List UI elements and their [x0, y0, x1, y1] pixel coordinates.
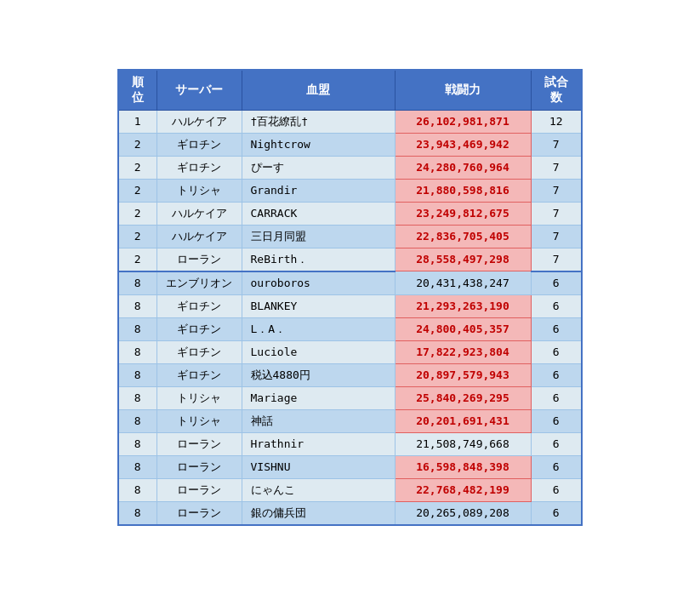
cell-rank: 8: [118, 386, 157, 409]
cell-combat: 24,280,760,964: [395, 156, 531, 179]
cell-matches: 7: [531, 133, 582, 156]
cell-guild: 神話: [242, 409, 395, 432]
cell-rank: 8: [118, 340, 157, 363]
cell-server: ローラン: [157, 455, 242, 478]
cell-server: ローラン: [157, 501, 242, 525]
cell-rank: 8: [118, 294, 157, 317]
cell-guild: Grandir: [242, 179, 395, 202]
cell-server: ハルケイア: [157, 202, 242, 225]
cell-combat: 28,558,497,298: [395, 248, 531, 271]
cell-server: エンブリオン: [157, 271, 242, 295]
cell-matches: 6: [531, 478, 582, 501]
cell-guild: BLANKEY: [242, 294, 395, 317]
cell-server: ギロチン: [157, 294, 242, 317]
ranking-table: 順位 サーバー 血盟 戦闘力 試合数 1ハルケイア†百花繚乱†26,102,98…: [117, 69, 583, 526]
cell-rank: 8: [118, 409, 157, 432]
cell-rank: 2: [118, 156, 157, 179]
cell-matches: 7: [531, 248, 582, 271]
cell-combat: 20,897,579,943: [395, 363, 531, 386]
cell-combat: 23,943,469,942: [395, 133, 531, 156]
cell-combat: 21,293,263,190: [395, 294, 531, 317]
cell-rank: 1: [118, 110, 157, 133]
cell-guild: 三日月同盟: [242, 225, 395, 248]
cell-server: ローラン: [157, 432, 242, 455]
cell-rank: 8: [118, 271, 157, 295]
cell-rank: 2: [118, 202, 157, 225]
cell-combat: 25,840,269,295: [395, 386, 531, 409]
cell-matches: 6: [531, 432, 582, 455]
header-matches: 試合数: [531, 70, 582, 111]
cell-guild: 銀の傭兵団: [242, 501, 395, 525]
cell-guild: ぴーす: [242, 156, 395, 179]
cell-rank: 2: [118, 133, 157, 156]
cell-matches: 7: [531, 202, 582, 225]
cell-server: トリシャ: [157, 179, 242, 202]
cell-server: トリシャ: [157, 386, 242, 409]
cell-matches: 6: [531, 409, 582, 432]
cell-server: ギロチン: [157, 317, 242, 340]
cell-guild: †百花繚乱†: [242, 110, 395, 133]
cell-matches: 7: [531, 179, 582, 202]
cell-guild: Hrathnir: [242, 432, 395, 455]
cell-guild: CARRACK: [242, 202, 395, 225]
cell-server: トリシャ: [157, 409, 242, 432]
cell-combat: 17,822,923,804: [395, 340, 531, 363]
cell-matches: 6: [531, 317, 582, 340]
cell-rank: 8: [118, 501, 157, 525]
cell-server: ギロチン: [157, 156, 242, 179]
cell-guild: VISHNU: [242, 455, 395, 478]
cell-server: ハルケイア: [157, 225, 242, 248]
cell-rank: 8: [118, 317, 157, 340]
cell-matches: 12: [531, 110, 582, 133]
cell-server: ギロチン: [157, 340, 242, 363]
cell-combat: 21,508,749,668: [395, 432, 531, 455]
cell-combat: 24,800,405,357: [395, 317, 531, 340]
cell-server: ギロチン: [157, 133, 242, 156]
cell-combat: 16,598,848,398: [395, 455, 531, 478]
header-server: サーバー: [157, 70, 242, 111]
cell-combat: 20,265,089,208: [395, 501, 531, 525]
cell-matches: 6: [531, 294, 582, 317]
cell-matches: 7: [531, 225, 582, 248]
header-combat: 戦闘力: [395, 70, 531, 111]
cell-guild: にゃんこ: [242, 478, 395, 501]
cell-rank: 8: [118, 455, 157, 478]
cell-combat: 26,102,981,871: [395, 110, 531, 133]
cell-rank: 2: [118, 225, 157, 248]
header-rank: 順位: [118, 70, 157, 111]
cell-combat: 20,201,691,431: [395, 409, 531, 432]
cell-server: ハルケイア: [157, 110, 242, 133]
cell-matches: 6: [531, 455, 582, 478]
cell-guild: ReBirth．: [242, 248, 395, 271]
cell-combat: 21,880,598,816: [395, 179, 531, 202]
cell-guild: Mariage: [242, 386, 395, 409]
cell-guild: Nightcrow: [242, 133, 395, 156]
cell-rank: 8: [118, 478, 157, 501]
cell-rank: 8: [118, 363, 157, 386]
cell-matches: 6: [531, 363, 582, 386]
cell-rank: 2: [118, 248, 157, 271]
cell-matches: 6: [531, 501, 582, 525]
cell-matches: 6: [531, 386, 582, 409]
cell-server: ローラン: [157, 478, 242, 501]
cell-rank: 8: [118, 432, 157, 455]
header-guild: 血盟: [242, 70, 395, 111]
cell-matches: 6: [531, 271, 582, 295]
cell-matches: 6: [531, 340, 582, 363]
cell-combat: 22,768,482,199: [395, 478, 531, 501]
cell-combat: 23,249,812,675: [395, 202, 531, 225]
cell-server: ギロチン: [157, 363, 242, 386]
cell-guild: ouroboros: [242, 271, 395, 295]
cell-rank: 2: [118, 179, 157, 202]
cell-guild: L．A．: [242, 317, 395, 340]
cell-guild: 税込4880円: [242, 363, 395, 386]
cell-combat: 20,431,438,247: [395, 271, 531, 295]
cell-combat: 22,836,705,405: [395, 225, 531, 248]
cell-matches: 7: [531, 156, 582, 179]
cell-guild: Luciole: [242, 340, 395, 363]
cell-server: ローラン: [157, 248, 242, 271]
